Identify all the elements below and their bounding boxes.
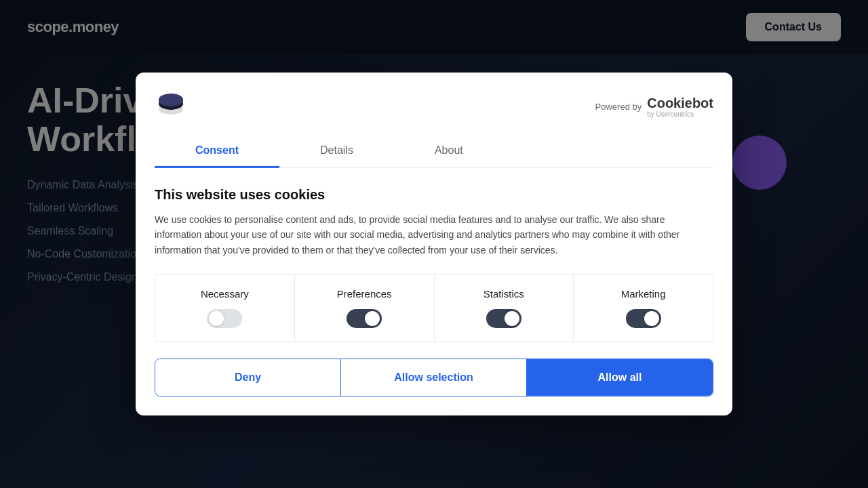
toggle-statistics[interactable]	[486, 309, 521, 328]
toggle-thumb-marketing	[644, 311, 659, 326]
allow-selection-button[interactable]: Allow selection	[341, 359, 527, 396]
tab-consent[interactable]: Consent	[155, 135, 279, 168]
svg-point-3	[159, 94, 183, 106]
toggle-section-marketing: Marketing	[574, 274, 713, 342]
toggle-label-marketing: Marketing	[621, 288, 666, 300]
toggle-track-preferences	[347, 309, 382, 328]
toggle-section-preferences: Preferences	[295, 274, 434, 342]
modal-header: Powered by Cookiebot by Usercentrics	[136, 73, 732, 124]
cookiebot-sub: by Usercentrics	[647, 110, 713, 117]
toggle-section-statistics: Statistics	[435, 274, 574, 342]
deny-button[interactable]: Deny	[155, 359, 341, 396]
brand-logo	[155, 89, 187, 124]
tab-details[interactable]: Details	[279, 135, 394, 168]
cookie-consent-modal: Powered by Cookiebot by Usercentrics Con…	[136, 73, 732, 415]
toggle-thumb-preferences	[365, 311, 380, 326]
toggle-necessary[interactable]	[207, 309, 242, 328]
modal-body: This website uses cookies We use cookies…	[136, 168, 732, 415]
toggle-label-necessary: Necessary	[201, 288, 249, 300]
tab-about[interactable]: About	[394, 135, 504, 168]
toggle-thumb-statistics	[505, 311, 519, 326]
allow-all-button[interactable]: Allow all	[527, 359, 713, 396]
modal-tabs: Consent Details About	[155, 135, 713, 168]
toggle-section-necessary: Necessary	[155, 274, 294, 342]
toggle-track-statistics	[486, 309, 521, 328]
cookie-toggles: Necessary Preferences Statistics	[155, 274, 713, 342]
cookiebot-brand: Cookiebot by Usercentrics	[647, 95, 713, 117]
toggle-marketing[interactable]	[626, 309, 661, 328]
modal-actions: Deny Allow selection Allow all	[155, 359, 713, 396]
toggle-label-statistics: Statistics	[484, 288, 524, 300]
powered-by-label: Powered by	[595, 101, 642, 111]
powered-by-section: Powered by Cookiebot by Usercentrics	[595, 95, 713, 117]
toggle-label-preferences: Preferences	[337, 288, 392, 300]
toggle-track-marketing	[626, 309, 661, 328]
cookiebot-name: Cookiebot	[647, 95, 713, 110]
toggle-thumb-necessary	[209, 311, 224, 326]
toggle-preferences[interactable]	[347, 309, 382, 328]
modal-description: We use cookies to personalise content an…	[155, 212, 713, 258]
toggle-track-necessary	[207, 309, 242, 328]
modal-title: This website uses cookies	[155, 187, 713, 203]
